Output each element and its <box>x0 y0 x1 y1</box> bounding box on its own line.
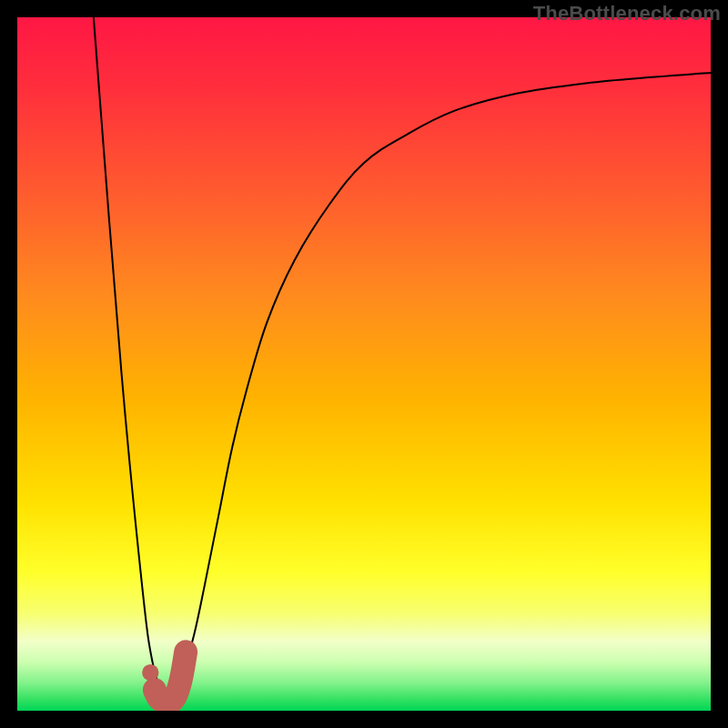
chart-svg <box>17 17 711 711</box>
chart-frame: TheBottleneck.com <box>0 0 728 728</box>
watermark-label: TheBottleneck.com <box>533 2 721 25</box>
plot-area <box>17 17 711 711</box>
marker-dot <box>142 664 158 681</box>
